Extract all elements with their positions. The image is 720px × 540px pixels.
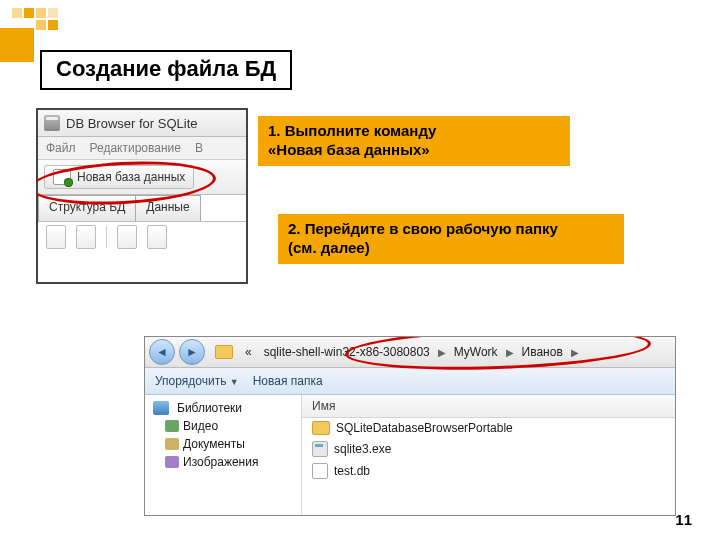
window-titlebar: DB Browser for SQLite [38,110,246,137]
screenshot-db-browser: DB Browser for SQLite Файл Редактировани… [36,108,248,284]
breadcrumb-seg[interactable]: MyWork [448,345,504,359]
video-icon [165,420,179,432]
tab-bar: Структура БД Данные [38,195,246,222]
explorer-pathbar: ◄ ► « sqlite-shell-win32-x86-3080803 ▶ M… [145,337,675,368]
nav-images-label: Изображения [183,455,258,469]
breadcrumb-seg[interactable]: Иванов [516,345,569,359]
toolbar: Новая база данных [38,160,246,195]
forward-button[interactable]: ► [179,339,205,365]
db-file-icon [312,463,328,479]
file-name: sqlite3.exe [334,442,391,456]
annotation-step-1: 1. Выполните команду «Новая база данных» [258,116,570,166]
nav-video-label: Видео [183,419,218,433]
list-item[interactable]: test.db [302,460,675,482]
document-icon [165,438,179,450]
back-button[interactable]: ◄ [149,339,175,365]
file-name: SQLiteDatabaseBrowserPortable [336,421,513,435]
menu-file[interactable]: Файл [46,141,76,155]
chevron-icon: ▶ [571,347,579,358]
breadcrumb-prefix: « [239,345,258,359]
doc-icon[interactable] [147,225,167,249]
list-item[interactable]: SQLiteDatabaseBrowserPortable [302,418,675,438]
explorer-file-list: Имя SQLiteDatabaseBrowserPortable sqlite… [302,395,675,516]
page-number: 11 [675,511,692,528]
doc-icon[interactable] [76,225,96,249]
nav-documents[interactable]: Документы [151,435,301,453]
new-database-button[interactable]: Новая база данных [44,165,194,189]
breadcrumb-seg[interactable]: sqlite-shell-win32-x86-3080803 [258,345,436,359]
nav-video[interactable]: Видео [151,417,301,435]
new-database-icon [53,169,71,185]
database-icon [44,115,60,131]
new-database-label: Новая база данных [77,170,185,184]
nav-images[interactable]: Изображения [151,453,301,471]
organize-button[interactable]: Упорядочить ▼ [155,374,239,388]
explorer-nav-pane: Библиотеки Видео Документы Изображения [145,395,302,516]
screenshot-explorer: ◄ ► « sqlite-shell-win32-x86-3080803 ▶ M… [144,336,676,516]
menu-view-clipped[interactable]: В [195,141,203,155]
folder-icon [312,421,330,435]
menu-edit[interactable]: Редактирование [90,141,181,155]
menu-bar: Файл Редактирование В [38,137,246,160]
chevron-icon: ▶ [506,347,514,358]
tab-toolbar [38,222,246,252]
nav-documents-label: Документы [183,437,245,451]
separator [106,226,107,248]
chevron-down-icon: ▼ [230,377,239,387]
list-header-name[interactable]: Имя [302,395,675,418]
slide-title: Создание файла БД [40,50,292,90]
folder-icon [215,345,233,359]
doc-icon[interactable] [117,225,137,249]
doc-icon[interactable] [46,225,66,249]
window-title: DB Browser for SQLite [66,116,198,131]
image-icon [165,456,179,468]
file-name: test.db [334,464,370,478]
tab-structure[interactable]: Структура БД [38,195,136,221]
tab-data[interactable]: Данные [135,195,200,221]
chevron-icon: ▶ [438,347,446,358]
annotation-1-line2: «Новая база данных» [268,141,430,158]
nav-libraries[interactable]: Библиотеки [151,399,301,417]
explorer-command-bar: Упорядочить ▼ Новая папка [145,368,675,395]
annotation-step-2: 2. Перейдите в свою рабочую папку (см. д… [278,214,624,264]
nav-libraries-label: Библиотеки [177,401,242,415]
organize-label: Упорядочить [155,374,226,388]
list-item[interactable]: sqlite3.exe [302,438,675,460]
annotation-1-line1: 1. Выполните команду [268,122,436,139]
annotation-2-line1: 2. Перейдите в свою рабочую папку [288,220,558,237]
annotation-2-line2: (см. далее) [288,239,370,256]
new-folder-button[interactable]: Новая папка [253,374,323,388]
libraries-icon [153,401,169,415]
exe-icon [312,441,328,457]
